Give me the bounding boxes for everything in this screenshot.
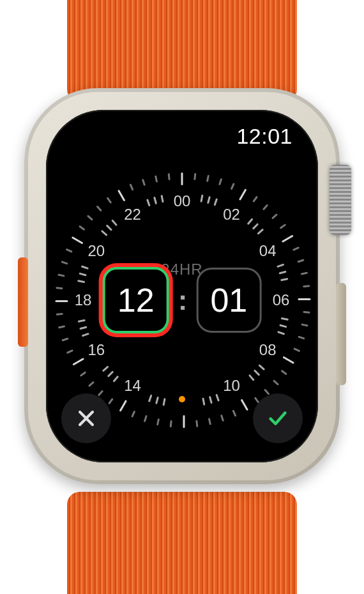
- dial-tick: [57, 273, 64, 277]
- dial-subtick: [78, 319, 86, 323]
- dial-tick: [301, 272, 308, 275]
- dial-subtick: [248, 374, 255, 381]
- dial-tick: [56, 313, 63, 316]
- dial-tick: [195, 420, 198, 427]
- close-icon: [75, 407, 97, 429]
- dial-tick: [61, 261, 68, 264]
- dial-tick: [96, 205, 102, 211]
- dial-tick: [262, 204, 269, 210]
- dial-tick: [303, 311, 310, 314]
- dial-tick: [156, 418, 160, 425]
- dial-subtick: [215, 394, 220, 402]
- dial-tick: [56, 300, 68, 302]
- dial-hour-16: 16: [87, 341, 105, 359]
- dial-hour-06: 06: [273, 291, 290, 309]
- dial-tick: [282, 356, 294, 364]
- dial-hour-22: 22: [124, 206, 141, 224]
- dial-tick: [280, 370, 287, 376]
- dial-subtick: [258, 364, 265, 370]
- dial-tick: [98, 390, 104, 397]
- dial-tick: [271, 213, 278, 220]
- dial-tick: [303, 285, 310, 287]
- current-hour-marker: [179, 396, 185, 402]
- dial-tick: [232, 410, 236, 417]
- dial-tick: [193, 173, 196, 180]
- dial-hour-04: 04: [259, 242, 277, 260]
- dial-subtick: [209, 396, 213, 404]
- cancel-button[interactable]: [61, 393, 111, 443]
- digital-crown[interactable]: [330, 165, 351, 235]
- dial-tick: [231, 183, 235, 190]
- dial-subtick: [252, 223, 259, 230]
- dial-tick: [66, 248, 73, 253]
- dial-tick: [72, 236, 84, 245]
- dial-hour-20: 20: [87, 242, 105, 260]
- dial-subtick: [160, 195, 163, 202]
- dial-tick: [252, 196, 258, 203]
- dial-tick: [239, 188, 247, 201]
- dial-subtick: [153, 197, 157, 204]
- dial-tick: [79, 225, 86, 231]
- dial-subtick: [281, 317, 289, 321]
- dial-tick: [66, 349, 73, 354]
- dial-tick: [61, 337, 68, 341]
- dial-subtick: [213, 198, 218, 206]
- dial-subtick: [155, 397, 159, 404]
- dial-subtick: [82, 333, 89, 337]
- dial-tick: [56, 287, 63, 289]
- dial-subtick: [200, 195, 203, 202]
- watch-band-top: [67, 0, 297, 102]
- dial-subtick: [79, 326, 87, 330]
- hours-field[interactable]: 12: [103, 267, 169, 333]
- dial-tick: [58, 325, 65, 328]
- dial-tick: [107, 197, 112, 204]
- dial-subtick: [146, 199, 151, 206]
- dial-subtick: [202, 398, 205, 406]
- dial-tick: [118, 190, 126, 202]
- time-picker-row: 12 : 01: [103, 267, 262, 333]
- dial-subtick: [148, 395, 153, 402]
- dial-hour-14: 14: [124, 377, 141, 395]
- dial-hour-08: 08: [259, 341, 277, 359]
- dial-tick: [301, 323, 308, 326]
- dial-tick: [119, 400, 128, 412]
- dial-tick: [142, 179, 146, 186]
- dial-subtick: [280, 278, 288, 281]
- watch-band-bottom: [67, 492, 297, 594]
- dial-subtick: [102, 365, 109, 372]
- action-button[interactable]: [18, 257, 28, 347]
- dial-subtick: [81, 265, 89, 270]
- dial-subtick: [277, 264, 284, 268]
- dial-tick: [264, 389, 270, 395]
- dial-tick: [87, 215, 93, 221]
- dial-tick: [88, 381, 95, 388]
- dial-tick: [273, 379, 279, 386]
- dial-tick: [170, 420, 172, 427]
- dial-subtick: [254, 369, 261, 376]
- dial-tick: [292, 247, 300, 251]
- confirm-button[interactable]: [253, 393, 303, 443]
- dial-subtick: [79, 273, 86, 277]
- dial-tick: [72, 358, 84, 366]
- dial-subtick: [107, 370, 114, 377]
- hour-dial[interactable]: 24HR 12 : 01 0002040608101416182022: [54, 172, 310, 428]
- dial-tick: [297, 259, 304, 263]
- dial-tick: [168, 173, 171, 180]
- dial-subtick: [111, 219, 118, 226]
- dial-tick: [293, 347, 300, 352]
- dial-subtick: [112, 376, 119, 383]
- dial-tick: [220, 415, 224, 422]
- dial-subtick: [106, 224, 113, 231]
- dial-tick: [218, 178, 222, 185]
- dial-tick: [183, 415, 185, 428]
- dial-subtick: [77, 280, 85, 283]
- dial-hour-18: 18: [75, 291, 92, 309]
- dial-hour-02: 02: [223, 206, 240, 224]
- dial-tick: [206, 175, 209, 182]
- side-button[interactable]: [336, 283, 346, 385]
- dial-hour-00: 00: [174, 192, 191, 210]
- dial-subtick: [101, 230, 108, 236]
- dial-tick: [280, 224, 287, 229]
- dial-subtick: [277, 331, 285, 335]
- minutes-field[interactable]: 01: [196, 268, 261, 333]
